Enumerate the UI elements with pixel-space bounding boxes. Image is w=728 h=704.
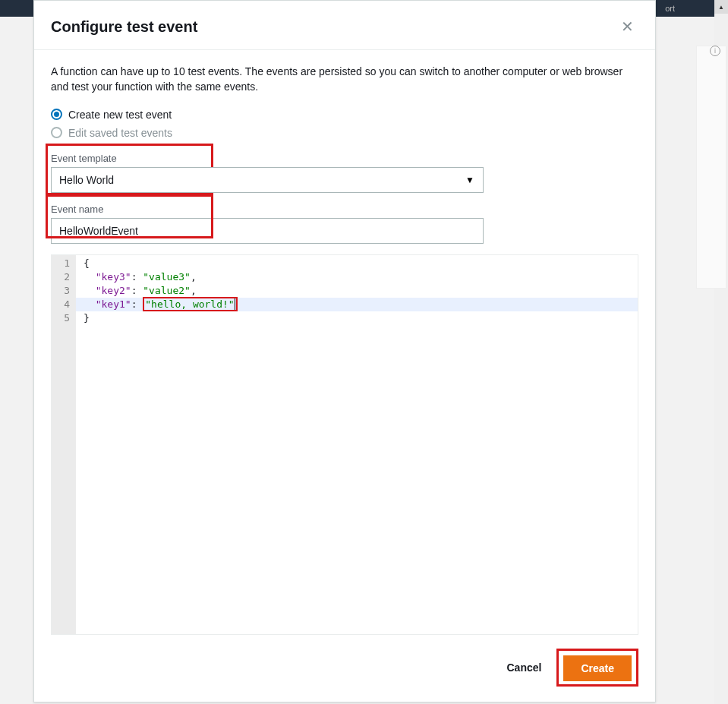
code-line-2: "key3": "value3",	[76, 270, 638, 284]
radio-create-label: Create new test event	[68, 109, 172, 121]
close-icon[interactable]: ✕	[616, 14, 638, 39]
radio-icon[interactable]	[51, 127, 62, 138]
event-template-select[interactable]: ▼	[51, 167, 484, 193]
code-line-4: "key1": "hello, world!"	[76, 298, 638, 311]
code-line-5: }	[76, 311, 638, 325]
event-template-field: Event template ▼	[51, 153, 638, 193]
create-button[interactable]: Create	[563, 655, 632, 681]
code-gutter: 1 2 3 4 5	[52, 255, 76, 634]
event-name-field: Event name	[51, 204, 638, 244]
json-code-editor[interactable]: 1 2 3 4 5 { "key3": "value3", "key2": "v…	[51, 254, 638, 635]
info-icon: i	[710, 46, 720, 56]
line-number: 2	[56, 270, 70, 284]
modal-footer: Cancel Create	[34, 638, 655, 702]
annotation-highlight-value: "hello, world!"	[143, 297, 237, 311]
cancel-button[interactable]: Cancel	[499, 655, 549, 680]
modal-description: A function can have up to 10 test events…	[51, 64, 638, 95]
modal-title: Configure test event	[51, 18, 197, 36]
modal-body: A function can have up to 10 test events…	[34, 50, 655, 638]
radio-edit-label: Edit saved test events	[68, 127, 172, 139]
code-line-3: "key2": "value2",	[76, 284, 638, 298]
code-line-1: {	[76, 257, 638, 270]
radio-icon[interactable]	[51, 109, 62, 120]
radio-create-new[interactable]: Create new test event	[51, 106, 638, 124]
event-name-label: Event name	[51, 204, 638, 215]
event-mode-radio-group: Create new test event Edit saved test ev…	[51, 106, 638, 142]
background-panel	[696, 46, 726, 289]
nav-fragment: ort	[665, 0, 675, 17]
line-number: 1	[56, 257, 70, 270]
event-template-label: Event template	[51, 153, 638, 164]
annotation-highlight-create: Create	[556, 649, 638, 687]
line-number: 3	[56, 284, 70, 298]
radio-edit-saved[interactable]: Edit saved test events	[51, 124, 638, 142]
line-number: 4	[56, 298, 70, 311]
scrollbar-up-icon[interactable]: ▲	[714, 0, 728, 14]
modal-header: Configure test event ✕	[34, 1, 655, 50]
line-number: 5	[56, 311, 70, 325]
event-template-value[interactable]	[51, 167, 484, 193]
code-content[interactable]: { "key3": "value3", "key2": "value2", "k…	[76, 255, 638, 634]
configure-test-event-modal: Configure test event ✕ A function can ha…	[33, 0, 656, 702]
event-name-input[interactable]	[51, 218, 484, 244]
